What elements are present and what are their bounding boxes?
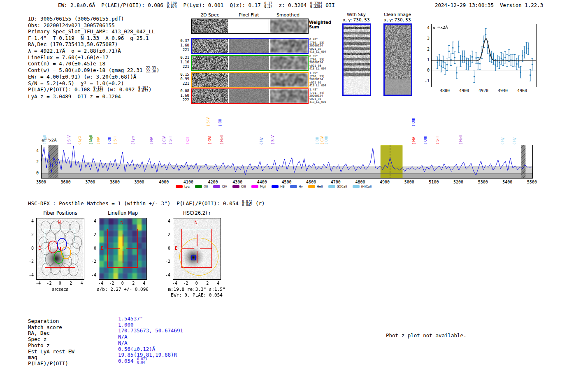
- compass-east: E: [175, 246, 177, 251]
- fiber-row-meta: 0.95"(730, 53)20200124v021_03413_LL_004: [309, 55, 326, 71]
- match-row-label: Match score: [28, 325, 74, 331]
- cutout-ytick-label: 0: [25, 246, 34, 251]
- spectrum-xtick-label: 5300: [478, 180, 488, 184]
- spectral-line-label: { OII: [108, 137, 111, 145]
- info-line: P(LAE)/P(OII): 0.108 0.1250.092 (w: 0.09…: [28, 86, 160, 93]
- spectrum-xtick-label: 3700: [85, 180, 95, 184]
- cutout-xtick-label: 2: [70, 281, 72, 285]
- match-row-label: Spec z: [28, 336, 74, 343]
- hsc-caption-2: EWr: 0, PLAE: 0.054: [171, 292, 223, 298]
- text-segment: ): [156, 67, 160, 73]
- legend-swatch: [353, 185, 360, 188]
- inset-ytick-label: 2: [420, 47, 430, 51]
- legend-item: (H)CaII: [353, 185, 372, 188]
- text-segment: F=1.4" T=0.119 N̅=1.33 A=0.96 g̅=25.1: [28, 35, 149, 41]
- match-row-label: Separation: [28, 318, 74, 325]
- cutout-xtick-label: -4: [36, 281, 41, 285]
- stacked-uncertainty: 0.1250.092: [93, 86, 103, 93]
- spectral-line-label: { HeII: [459, 135, 463, 145]
- cutout-lineflux: NE: [99, 218, 147, 280]
- info-line: Cont(n) = 4.70(±0.45)e-18: [28, 60, 160, 67]
- spectrum-xtick-label: 4400: [257, 180, 267, 184]
- text-segment: HSC-DEX : Possible Matches = 1 (within +…: [28, 200, 242, 206]
- spectral-line-label: { OVI: [208, 136, 212, 145]
- info-line: LineFlux = 7.60(±1.60)e-17: [28, 54, 160, 61]
- match-row-value: N/A: [118, 334, 183, 340]
- spectrum-ytick-label: 2: [30, 160, 39, 164]
- spectral-line-label: { Lyα: [131, 136, 135, 145]
- text-segment: S/N = 5.2(±0.5) χ² = 1.0(±0.2): [28, 80, 124, 86]
- inset-ytick-label: 1: [420, 58, 430, 62]
- cutout-xtick-label: 4: [81, 281, 83, 285]
- legend-item: HeII: [308, 185, 323, 188]
- spectral-line-label: { OIII: [325, 136, 328, 145]
- text-segment: ): [149, 86, 152, 93]
- legend-swatch: [290, 185, 297, 188]
- spectral-line-label: { NV: [412, 137, 416, 145]
- match-row-value: 0.56(±0.12)Å: [118, 346, 183, 353]
- fiber-row-weights: 0.150.99221: [179, 72, 189, 86]
- legend-swatch: [251, 185, 258, 188]
- fiber-row-meta: 1.09"(730, 53)20200124v021_01413_LL_004: [309, 72, 326, 88]
- cutout-xtick-label: -2: [109, 281, 114, 285]
- cutout-xtick-label: 0: [59, 281, 61, 285]
- full-spectrum-plot: [41, 145, 533, 179]
- fiber-row-weights: 0.371.60221: [179, 39, 189, 52]
- info-line: LyA z = 3.0489 OII z = 0.3204: [28, 93, 160, 100]
- spectrum-xtick-label: 4500: [281, 180, 291, 184]
- inset-xtick-label: 4940: [498, 88, 508, 93]
- clean-title: Clean Image: [384, 12, 411, 17]
- spectral-line-label: { CII: [186, 137, 190, 145]
- text-segment: OII: [323, 2, 335, 8]
- inset-xtick-label: 4880: [440, 88, 450, 93]
- legend-item: MgII: [251, 185, 267, 188]
- cutout-xtick-label: 2: [206, 281, 209, 285]
- spectral-line-label: { Hγ: [260, 137, 263, 145]
- legend-item: CIII: [232, 185, 246, 188]
- text-segment: LineFlux = 7.60(±1.60)e-17: [28, 54, 109, 60]
- cutout-xtick-label: -2: [183, 281, 188, 285]
- timestamp-version: 2024-12-29 13:00:35 Version 1.22.3: [435, 2, 543, 8]
- match-row-value: 170.735673, 50.674691: [118, 328, 183, 334]
- text-segment: P(Lyα): 0.001 Q(z): 0.17: [177, 2, 264, 8]
- cutout-xtick-label: 0: [121, 281, 124, 285]
- lineflux-caption: s/b: 2.27 +/- 0.096: [97, 287, 149, 292]
- cutout-ytick-label: 4: [87, 219, 96, 223]
- stacked-uncertainty: 22.3322.30: [146, 67, 156, 73]
- text-segment: z: 0.3204: [272, 2, 309, 8]
- spectral-line-label: { SiII: [169, 137, 172, 145]
- spectrum-xtick-label: 4000: [159, 180, 169, 184]
- info-line: Cont(w) = 5.80(±0.09)e-18 (gmag 22.31 22…: [28, 67, 160, 74]
- fiber-row-meta: 1.48"(731, 44)20200124v021_01413_LL_003: [309, 88, 326, 104]
- spectral-line-label: { SiIV: [67, 135, 71, 145]
- text-segment: EWr = 4.00(±0.91) (w: 3.20(±0.68))Å: [28, 74, 136, 80]
- detection-info-block: ID: 3005706155 (3005706155.pdf)Obs: 2020…: [28, 16, 160, 100]
- spectrum-ytick-label: 0: [30, 171, 39, 175]
- spectral-line-label: { NV: [97, 137, 100, 145]
- text-segment: 170.735673, 50.674691: [118, 327, 183, 334]
- compass-east: E: [101, 246, 103, 251]
- match-row-value: 0.054 0.0730.04: [118, 358, 183, 365]
- aperture-ellipse: [179, 238, 218, 276]
- text-segment: Cont(n) = 4.70(±0.45)e-18: [28, 60, 105, 67]
- cutout-xtick-label: -4: [98, 281, 103, 285]
- spectral-line-label: { OIII: [424, 136, 427, 145]
- spec2d-title-2dspec: 2D Spec: [200, 12, 219, 18]
- cutout-fiber: NE: [36, 218, 84, 280]
- inset-xtick-label: 4960: [517, 88, 527, 93]
- spectral-line-label: { SiIV: [271, 135, 275, 145]
- cutout-title: HSC(26.2) r: [183, 210, 211, 216]
- text-segment: EW: 2.8±0.6Å P(LAE)/P(OII): 0.086: [58, 2, 166, 8]
- summary-header-line: EW: 2.8±0.6Å P(LAE)/P(OII): 0.086 0.1090…: [58, 2, 335, 9]
- legend-item: CIV: [213, 185, 227, 188]
- weighted-sum-label: WeightedSum: [309, 20, 331, 29]
- compass-east: E: [38, 246, 41, 251]
- compass-north: N: [58, 220, 61, 225]
- spectral-line-label: { SiII: [436, 137, 439, 145]
- spectrum-xtick-label: 3800: [110, 180, 120, 184]
- inset-ytick-label: -1: [420, 79, 430, 83]
- crosshair: [123, 234, 123, 246]
- legend-swatch: [308, 185, 315, 188]
- cutout-xtick-label: -4: [172, 281, 177, 285]
- compass-north: N: [121, 220, 123, 225]
